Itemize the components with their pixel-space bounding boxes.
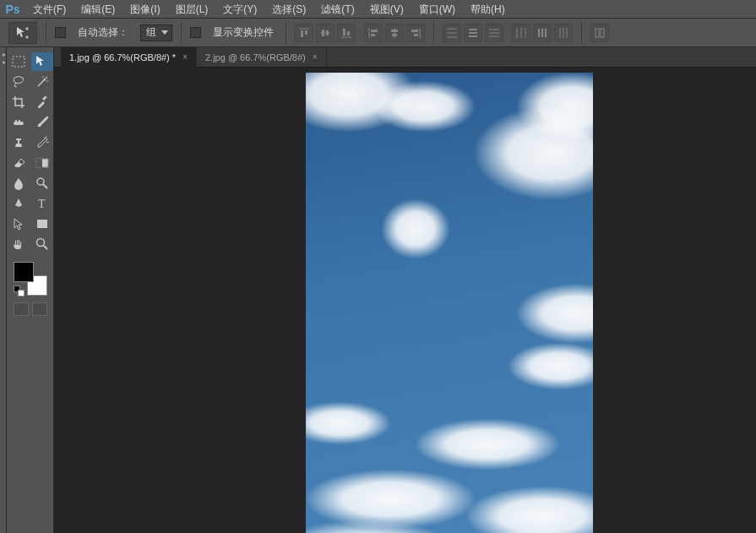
options-bar: 自动选择： 组 显示变换控件 xyxy=(0,19,756,47)
align-group-1 xyxy=(295,24,356,42)
auto-select-checkbox[interactable] xyxy=(55,27,66,38)
auto-select-dropdown[interactable]: 组 xyxy=(140,24,172,41)
cloud-shape xyxy=(373,81,475,132)
pen-tool[interactable] xyxy=(8,194,30,213)
color-swatches[interactable] xyxy=(14,262,47,296)
svg-rect-43 xyxy=(15,120,17,122)
distribute-bottom-button[interactable] xyxy=(485,24,503,42)
menu-bar: Ps 文件(F) 编辑(E) 图像(I) 图层(L) 文字(Y) 选择(S) 滤… xyxy=(0,0,756,19)
cloud-shape xyxy=(306,402,390,444)
menu-file[interactable]: 文件(F) xyxy=(25,0,73,19)
menu-filter[interactable]: 滤镜(T) xyxy=(313,0,362,19)
menu-edit[interactable]: 编辑(E) xyxy=(73,0,122,19)
divider xyxy=(581,22,582,44)
close-tab-icon[interactable]: × xyxy=(182,47,188,68)
distribute-hcenter-button[interactable] xyxy=(533,24,552,42)
divider xyxy=(433,22,434,44)
marquee-tool[interactable] xyxy=(8,52,30,71)
foreground-color-swatch[interactable] xyxy=(14,262,34,282)
document-canvas[interactable] xyxy=(306,73,593,533)
svg-rect-37 xyxy=(601,29,604,37)
divider xyxy=(286,22,286,44)
align-hcenter-button[interactable] xyxy=(385,24,404,42)
workspace: ▸▸ T xyxy=(0,47,756,533)
quick-mask-row xyxy=(7,302,53,316)
document-tab-1[interactable]: 1.jpg @ 66.7%(RGB/8#) * × xyxy=(61,47,197,68)
menu-window[interactable]: 窗口(W) xyxy=(411,0,463,19)
crop-tool[interactable] xyxy=(8,93,30,111)
menu-help[interactable]: 帮助(H) xyxy=(463,0,513,19)
menu-select[interactable]: 选择(S) xyxy=(264,0,313,19)
current-tool-indicator[interactable] xyxy=(8,22,37,44)
move-tool-icon xyxy=(16,26,30,40)
svg-rect-22 xyxy=(469,32,477,34)
menu-type[interactable]: 文字(Y) xyxy=(215,0,264,19)
default-colors-icon[interactable] xyxy=(14,286,22,294)
chevron-down-icon xyxy=(161,30,168,35)
auto-align-button[interactable] xyxy=(590,24,609,42)
svg-point-50 xyxy=(36,239,44,247)
menu-layer[interactable]: 图层(L) xyxy=(168,0,216,19)
dodge-tool[interactable] xyxy=(31,174,53,193)
zoom-tool[interactable] xyxy=(31,235,53,253)
align-bottom-button[interactable] xyxy=(337,24,356,42)
svg-rect-8 xyxy=(347,31,350,35)
distribute-left-button[interactable] xyxy=(512,24,530,42)
history-brush-tool[interactable] xyxy=(31,133,53,152)
gradient-tool[interactable] xyxy=(31,154,53,172)
svg-rect-13 xyxy=(391,30,398,32)
distribute-group-1 xyxy=(443,24,503,42)
align-group-2 xyxy=(364,24,425,42)
path-selection-tool[interactable] xyxy=(8,215,30,233)
eraser-tool[interactable] xyxy=(8,154,30,172)
close-tab-icon[interactable]: × xyxy=(313,47,318,68)
align-top-button[interactable] xyxy=(295,24,313,42)
svg-rect-46 xyxy=(36,159,42,167)
screen-mode-button[interactable] xyxy=(32,302,47,316)
clone-stamp-tool[interactable] xyxy=(8,133,30,152)
panel-expand-handle[interactable]: ▸▸ xyxy=(0,47,7,533)
menu-view[interactable]: 视图(V) xyxy=(362,0,411,19)
blur-tool[interactable] xyxy=(8,174,30,193)
svg-rect-31 xyxy=(541,29,543,37)
svg-rect-1 xyxy=(301,30,303,37)
distribute-top-button[interactable] xyxy=(443,24,461,42)
standard-mode-button[interactable] xyxy=(14,302,29,316)
distribute-vcenter-button[interactable] xyxy=(464,24,482,42)
hand-tool[interactable] xyxy=(8,235,30,253)
lasso-tool[interactable] xyxy=(8,73,30,91)
svg-point-41 xyxy=(46,80,48,82)
brush-tool[interactable] xyxy=(31,113,53,132)
svg-rect-49 xyxy=(37,220,47,228)
svg-rect-10 xyxy=(371,30,378,32)
svg-point-40 xyxy=(42,76,44,78)
rectangle-tool[interactable] xyxy=(31,215,53,233)
canvas-area[interactable] xyxy=(54,68,756,533)
eyedropper-tool[interactable] xyxy=(31,93,53,111)
svg-rect-42 xyxy=(14,122,24,125)
cloud-shape xyxy=(466,487,593,533)
distribute-right-button[interactable] xyxy=(554,24,573,42)
svg-rect-36 xyxy=(596,29,599,37)
svg-rect-14 xyxy=(392,34,397,36)
svg-rect-44 xyxy=(19,120,20,122)
svg-rect-32 xyxy=(545,29,547,37)
magic-wand-tool[interactable] xyxy=(31,73,53,91)
align-left-button[interactable] xyxy=(364,24,383,42)
canvas-zone: 1.jpg @ 66.7%(RGB/8#) * × 2.jpg @ 66.7%(… xyxy=(54,47,756,533)
auto-align-group xyxy=(590,24,609,42)
show-transform-label: 显示变换控件 xyxy=(213,25,274,40)
type-tool[interactable]: T xyxy=(31,194,53,213)
svg-rect-21 xyxy=(469,29,477,30)
tools-panel: T xyxy=(7,47,54,533)
document-tabs: 1.jpg @ 66.7%(RGB/8#) * × 2.jpg @ 66.7%(… xyxy=(54,47,756,68)
align-right-button[interactable] xyxy=(406,24,425,42)
tab-label: 1.jpg @ 66.7%(RGB/8#) * xyxy=(69,47,176,68)
distribute-group-2 xyxy=(512,24,573,42)
document-tab-2[interactable]: 2.jpg @ 66.7%(RGB/8#) × xyxy=(197,47,327,68)
show-transform-checkbox[interactable] xyxy=(190,27,201,38)
align-vcenter-button[interactable] xyxy=(316,24,334,42)
menu-image[interactable]: 图像(I) xyxy=(122,0,167,19)
healing-brush-tool[interactable] xyxy=(8,113,30,132)
move-tool[interactable] xyxy=(31,52,53,71)
